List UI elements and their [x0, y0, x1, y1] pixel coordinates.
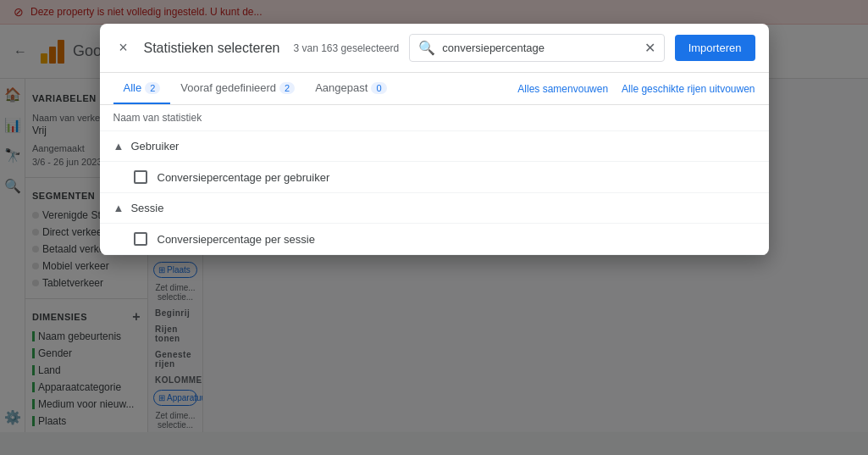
modal-statistieken: × Statistieken selecteren 3 van 163 gese… [100, 24, 769, 255]
group-gebruiker[interactable]: ▲ Gebruiker [100, 131, 769, 162]
modal-header: × Statistieken selecteren 3 van 163 gese… [100, 24, 769, 73]
modal-search-input[interactable] [442, 42, 637, 54]
collapse-all-action[interactable]: Alles samenvouwen [517, 75, 608, 103]
modal-count: 3 van 163 geselecteerd [293, 42, 399, 54]
modal-tabs: Alle 2 Vooraf gedefinieerd 2 Aangepast 0… [100, 73, 769, 105]
tab-aangepast-label: Aangepast [315, 81, 368, 94]
import-button[interactable]: Importeren [675, 35, 755, 61]
tab-alle-label: Alle [124, 81, 142, 94]
tab-aangepast[interactable]: Aangepast 0 [305, 73, 396, 104]
modal-tab-actions: Alles samenvouwen Alle geschikte rijen u… [517, 75, 755, 103]
modal-title: Statistieken selecteren [144, 41, 280, 56]
chevron-up-icon-sessie: ▲ [113, 202, 124, 214]
modal-body: Naam van statistiek ▲ Gebruiker Conversi… [100, 105, 769, 255]
tab-alle[interactable]: Alle 2 [113, 73, 171, 104]
stat-row-conversie-gebruiker[interactable]: Conversiepercentage per gebruiker [100, 162, 769, 193]
modal-overlay: × Statistieken selecteren 3 van 163 gese… [0, 0, 868, 432]
tab-vooraf-label: Vooraf gedefinieerd [180, 81, 276, 94]
stat-checkbox-gebruiker[interactable] [134, 170, 147, 184]
modal-search-container: 🔍 ✕ [409, 34, 664, 62]
group-sessie-label: Sessie [130, 202, 163, 214]
search-clear-icon[interactable]: ✕ [644, 40, 655, 56]
modal-close-button[interactable]: × [113, 38, 134, 58]
stat-checkbox-sessie[interactable] [134, 232, 147, 246]
tab-aangepast-count: 0 [371, 82, 386, 94]
group-sessie[interactable]: ▲ Sessie [100, 193, 769, 224]
search-icon: 🔍 [418, 40, 435, 56]
stat-label-conversie-sessie: Conversiepercentage per sessie [158, 233, 315, 246]
stat-label-conversie-gebruiker: Conversiepercentage per gebruiker [158, 171, 330, 184]
stat-row-conversie-sessie[interactable]: Conversiepercentage per sessie [100, 224, 769, 255]
expand-all-action[interactable]: Alle geschikte rijen uitvouwen [622, 75, 755, 103]
tab-vooraf[interactable]: Vooraf gedefinieerd 2 [170, 73, 305, 104]
stat-name-column-header: Naam van statistiek [100, 105, 769, 131]
tab-alle-count: 2 [145, 82, 160, 94]
tab-vooraf-count: 2 [279, 82, 295, 94]
chevron-up-icon: ▲ [113, 140, 124, 153]
group-gebruiker-label: Gebruiker [130, 140, 179, 153]
